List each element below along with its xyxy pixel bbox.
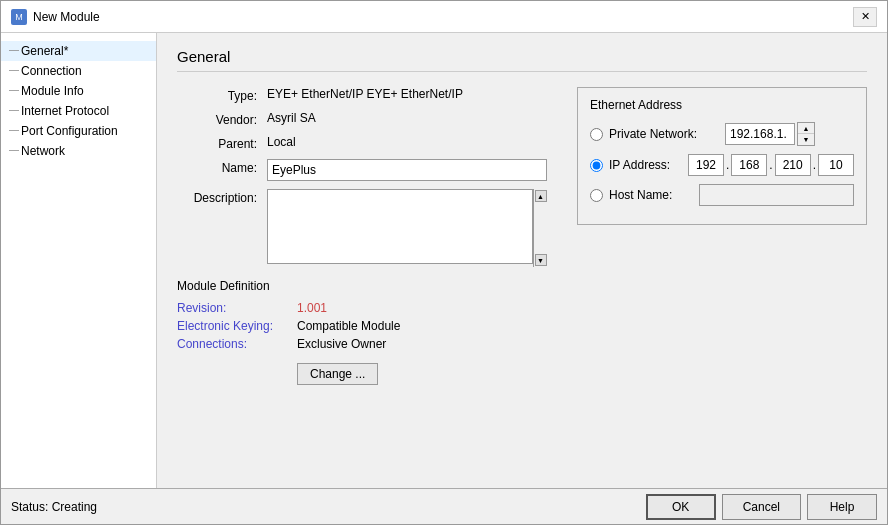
- dialog-buttons: OK Cancel Help: [646, 494, 877, 520]
- revision-value: 1.001: [297, 301, 327, 315]
- type-row: Type: EYE+ EtherNet/IP EYE+ EtherNet/IP: [177, 87, 547, 103]
- private-network-row: Private Network: ▲ ▼: [590, 122, 854, 146]
- private-network-radio[interactable]: [590, 128, 603, 141]
- name-input[interactable]: [267, 159, 547, 181]
- ip-address-row: IP Address: . . .: [590, 154, 854, 176]
- description-input[interactable]: [267, 189, 533, 264]
- panel-title: General: [177, 48, 867, 72]
- parent-value: Local: [267, 135, 296, 149]
- change-button[interactable]: Change ...: [297, 363, 378, 385]
- connections-row: Connections: Exclusive Owner: [177, 337, 547, 351]
- scroll-down-arrow[interactable]: ▼: [535, 254, 547, 266]
- content-area: General* Connection Module Info Internet…: [1, 33, 887, 488]
- status-bar: Status: Creating OK Cancel Help: [1, 488, 887, 524]
- ethernet-box: Ethernet Address Private Network: ▲ ▼: [577, 87, 867, 225]
- sidebar-item-general[interactable]: General*: [1, 41, 156, 61]
- description-wrapper: ▲ ▼: [267, 189, 547, 267]
- ethernet-title: Ethernet Address: [590, 98, 854, 112]
- window-icon: M: [11, 9, 27, 25]
- module-def-title: Module Definition: [177, 279, 547, 293]
- ip-address-radio[interactable]: [590, 159, 603, 172]
- private-network-input-group: ▲ ▼: [725, 122, 815, 146]
- private-network-input[interactable]: [725, 123, 795, 145]
- ip-dot-2: .: [769, 158, 772, 172]
- sidebar-item-module-info[interactable]: Module Info: [1, 81, 156, 101]
- connections-value: Exclusive Owner: [297, 337, 386, 351]
- description-scrollbar: ▲ ▼: [533, 189, 547, 267]
- description-label: Description:: [177, 189, 267, 205]
- name-row: Name:: [177, 159, 547, 181]
- connections-label: Connections:: [177, 337, 297, 351]
- host-name-input[interactable]: [699, 184, 854, 206]
- type-value: EYE+ EtherNet/IP EYE+ EtherNet/IP: [267, 87, 463, 101]
- scroll-up-arrow[interactable]: ▲: [535, 190, 547, 202]
- ip-seg1-input[interactable]: [688, 154, 724, 176]
- electronic-keying-row: Electronic Keying: Compatible Module: [177, 319, 547, 333]
- revision-label: Revision:: [177, 301, 297, 315]
- ok-button[interactable]: OK: [646, 494, 716, 520]
- help-button[interactable]: Help: [807, 494, 877, 520]
- sidebar-item-internet-protocol[interactable]: Internet Protocol: [1, 101, 156, 121]
- ip-address-input-group: . . .: [688, 154, 854, 176]
- window-title: New Module: [33, 10, 100, 24]
- sidebar-item-port-configuration[interactable]: Port Configuration: [1, 121, 156, 141]
- type-label: Type:: [177, 87, 267, 103]
- name-label: Name:: [177, 159, 267, 175]
- electronic-keying-label: Electronic Keying:: [177, 319, 297, 333]
- cancel-button[interactable]: Cancel: [722, 494, 801, 520]
- right-form: Ethernet Address Private Network: ▲ ▼: [577, 87, 867, 385]
- ip-dot-3: .: [813, 158, 816, 172]
- title-bar-left: M New Module: [11, 9, 100, 25]
- sidebar: General* Connection Module Info Internet…: [1, 33, 157, 488]
- status-text: Status: Creating: [11, 500, 97, 514]
- main-panel: General Type: EYE+ EtherNet/IP EYE+ Ethe…: [157, 33, 887, 488]
- ip-dot-1: .: [726, 158, 729, 172]
- title-bar: M New Module ✕: [1, 1, 887, 33]
- private-network-label: Private Network:: [609, 127, 719, 141]
- host-name-radio[interactable]: [590, 189, 603, 202]
- ip-seg4-input[interactable]: [818, 154, 854, 176]
- ip-seg2-input[interactable]: [731, 154, 767, 176]
- vendor-value: Asyril SA: [267, 111, 316, 125]
- left-form: Type: EYE+ EtherNet/IP EYE+ EtherNet/IP …: [177, 87, 547, 385]
- parent-row: Parent: Local: [177, 135, 547, 151]
- private-network-up-arrow[interactable]: ▲: [798, 123, 814, 134]
- sidebar-item-network[interactable]: Network: [1, 141, 156, 161]
- main-window: M New Module ✕ General* Connection Modul…: [0, 0, 888, 525]
- host-name-label: Host Name:: [609, 188, 693, 202]
- private-network-down-arrow[interactable]: ▼: [798, 134, 814, 145]
- revision-row: Revision: 1.001: [177, 301, 547, 315]
- vendor-row: Vendor: Asyril SA: [177, 111, 547, 127]
- private-network-spinners: ▲ ▼: [797, 122, 815, 146]
- form-section: Type: EYE+ EtherNet/IP EYE+ EtherNet/IP …: [177, 87, 867, 385]
- host-name-row: Host Name:: [590, 184, 854, 206]
- module-definition-section: Module Definition Revision: 1.001 Electr…: [177, 279, 547, 385]
- ip-address-label: IP Address:: [609, 158, 682, 172]
- close-button[interactable]: ✕: [853, 7, 877, 27]
- electronic-keying-value: Compatible Module: [297, 319, 400, 333]
- sidebar-item-connection[interactable]: Connection: [1, 61, 156, 81]
- description-row: Description: ▲ ▼: [177, 189, 547, 267]
- ip-seg3-input[interactable]: [775, 154, 811, 176]
- vendor-label: Vendor:: [177, 111, 267, 127]
- parent-label: Parent:: [177, 135, 267, 151]
